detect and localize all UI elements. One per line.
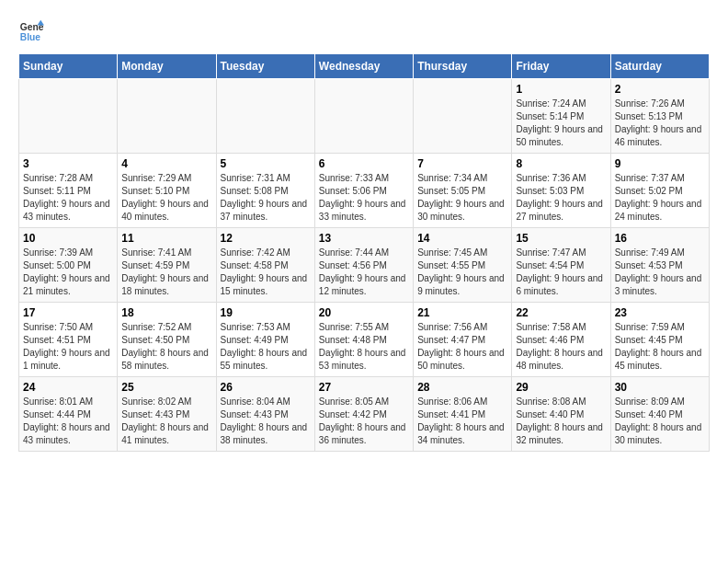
day-number: 19 [221, 306, 311, 319]
week-row-1: 1Sunrise: 7:24 AM Sunset: 5:14 PM Daylig… [19, 79, 710, 154]
calendar-cell: 26Sunrise: 8:04 AM Sunset: 4:43 PM Dayli… [216, 377, 314, 452]
calendar-cell: 20Sunrise: 7:55 AM Sunset: 4:48 PM Dayli… [314, 303, 413, 377]
calendar-cell: 23Sunrise: 7:59 AM Sunset: 4:45 PM Dayli… [610, 303, 709, 377]
day-info: Sunrise: 8:09 AM Sunset: 4:40 PM Dayligh… [615, 396, 705, 447]
column-header-sunday: Sunday [19, 54, 118, 79]
column-header-monday: Monday [118, 54, 216, 79]
calendar-cell: 11Sunrise: 7:41 AM Sunset: 4:59 PM Dayli… [118, 228, 216, 303]
calendar-cell: 30Sunrise: 8:09 AM Sunset: 4:40 PM Dayli… [610, 377, 709, 452]
week-row-5: 24Sunrise: 8:01 AM Sunset: 4:44 PM Dayli… [19, 377, 710, 452]
day-number: 6 [319, 157, 409, 170]
calendar-cell: 27Sunrise: 8:05 AM Sunset: 4:42 PM Dayli… [314, 377, 413, 452]
day-info: Sunrise: 7:45 AM Sunset: 4:55 PM Dayligh… [417, 247, 507, 298]
calendar-cell: 15Sunrise: 7:47 AM Sunset: 4:54 PM Dayli… [512, 228, 610, 303]
week-row-3: 10Sunrise: 7:39 AM Sunset: 5:00 PM Dayli… [19, 228, 710, 303]
day-info: Sunrise: 7:34 AM Sunset: 5:05 PM Dayligh… [417, 172, 507, 224]
calendar-cell [216, 79, 314, 154]
day-number: 12 [221, 232, 311, 245]
day-number: 15 [516, 232, 606, 245]
page-header: General Blue [18, 18, 710, 44]
calendar-cell: 22Sunrise: 7:58 AM Sunset: 4:46 PM Dayli… [512, 303, 610, 377]
column-header-thursday: Thursday [414, 54, 512, 79]
calendar-cell: 6Sunrise: 7:33 AM Sunset: 5:06 PM Daylig… [314, 154, 413, 228]
day-number: 22 [516, 306, 606, 319]
calendar-cell [118, 79, 216, 154]
calendar-cell: 3Sunrise: 7:28 AM Sunset: 5:11 PM Daylig… [19, 154, 118, 228]
column-header-tuesday: Tuesday [216, 54, 314, 79]
day-info: Sunrise: 7:52 AM Sunset: 4:50 PM Dayligh… [121, 321, 211, 373]
day-number: 8 [516, 157, 606, 170]
calendar-cell: 4Sunrise: 7:29 AM Sunset: 5:10 PM Daylig… [118, 154, 216, 228]
day-number: 26 [221, 381, 311, 394]
day-info: Sunrise: 8:05 AM Sunset: 4:42 PM Dayligh… [319, 396, 409, 447]
calendar-cell: 17Sunrise: 7:50 AM Sunset: 4:51 PM Dayli… [19, 303, 118, 377]
day-info: Sunrise: 7:59 AM Sunset: 4:45 PM Dayligh… [615, 321, 705, 373]
day-number: 16 [615, 232, 705, 245]
day-info: Sunrise: 7:39 AM Sunset: 5:00 PM Dayligh… [23, 247, 113, 298]
day-number: 18 [121, 306, 211, 319]
day-number: 25 [121, 381, 211, 394]
day-info: Sunrise: 8:02 AM Sunset: 4:43 PM Dayligh… [121, 396, 211, 447]
day-info: Sunrise: 7:33 AM Sunset: 5:06 PM Dayligh… [319, 172, 409, 224]
day-number: 10 [23, 232, 113, 245]
calendar-cell: 16Sunrise: 7:49 AM Sunset: 4:53 PM Dayli… [610, 228, 709, 303]
day-number: 9 [615, 157, 705, 170]
day-info: Sunrise: 8:01 AM Sunset: 4:44 PM Dayligh… [23, 396, 113, 447]
day-number: 7 [417, 157, 507, 170]
day-number: 5 [221, 157, 311, 170]
calendar-cell: 18Sunrise: 7:52 AM Sunset: 4:50 PM Dayli… [118, 303, 216, 377]
day-info: Sunrise: 7:24 AM Sunset: 5:14 PM Dayligh… [516, 98, 606, 149]
day-info: Sunrise: 7:41 AM Sunset: 4:59 PM Dayligh… [121, 247, 211, 298]
day-info: Sunrise: 7:56 AM Sunset: 4:47 PM Dayligh… [417, 321, 507, 373]
day-number: 11 [121, 232, 211, 245]
day-number: 20 [319, 306, 409, 319]
calendar-cell: 28Sunrise: 8:06 AM Sunset: 4:41 PM Dayli… [414, 377, 512, 452]
calendar-cell: 24Sunrise: 8:01 AM Sunset: 4:44 PM Dayli… [19, 377, 118, 452]
column-header-friday: Friday [512, 54, 610, 79]
calendar-cell: 7Sunrise: 7:34 AM Sunset: 5:05 PM Daylig… [414, 154, 512, 228]
day-info: Sunrise: 7:49 AM Sunset: 4:53 PM Dayligh… [615, 247, 705, 298]
day-number: 13 [319, 232, 409, 245]
day-number: 17 [23, 306, 113, 319]
calendar-cell [314, 79, 413, 154]
day-info: Sunrise: 7:58 AM Sunset: 4:46 PM Dayligh… [516, 321, 606, 373]
day-number: 23 [615, 306, 705, 319]
day-info: Sunrise: 8:06 AM Sunset: 4:41 PM Dayligh… [417, 396, 507, 447]
day-info: Sunrise: 7:44 AM Sunset: 4:56 PM Dayligh… [319, 247, 409, 298]
calendar-cell: 10Sunrise: 7:39 AM Sunset: 5:00 PM Dayli… [19, 228, 118, 303]
day-info: Sunrise: 7:53 AM Sunset: 4:49 PM Dayligh… [221, 321, 311, 373]
calendar-cell: 2Sunrise: 7:26 AM Sunset: 5:13 PM Daylig… [610, 79, 709, 154]
calendar-cell: 14Sunrise: 7:45 AM Sunset: 4:55 PM Dayli… [414, 228, 512, 303]
calendar-cell [19, 79, 118, 154]
column-header-wednesday: Wednesday [314, 54, 413, 79]
day-number: 29 [516, 381, 606, 394]
day-info: Sunrise: 7:55 AM Sunset: 4:48 PM Dayligh… [319, 321, 409, 373]
calendar-cell: 9Sunrise: 7:37 AM Sunset: 5:02 PM Daylig… [610, 154, 709, 228]
day-number: 1 [516, 83, 606, 96]
calendar-cell: 19Sunrise: 7:53 AM Sunset: 4:49 PM Dayli… [216, 303, 314, 377]
day-info: Sunrise: 7:31 AM Sunset: 5:08 PM Dayligh… [221, 172, 311, 224]
day-info: Sunrise: 7:47 AM Sunset: 4:54 PM Dayligh… [516, 247, 606, 298]
logo-icon: General Blue [18, 18, 44, 44]
week-row-4: 17Sunrise: 7:50 AM Sunset: 4:51 PM Dayli… [19, 303, 710, 377]
day-number: 4 [121, 157, 211, 170]
day-info: Sunrise: 7:42 AM Sunset: 4:58 PM Dayligh… [221, 247, 311, 298]
day-number: 27 [319, 381, 409, 394]
day-number: 30 [615, 381, 705, 394]
calendar-cell: 1Sunrise: 7:24 AM Sunset: 5:14 PM Daylig… [512, 79, 610, 154]
day-info: Sunrise: 7:29 AM Sunset: 5:10 PM Dayligh… [121, 172, 211, 224]
day-info: Sunrise: 7:37 AM Sunset: 5:02 PM Dayligh… [615, 172, 705, 224]
day-info: Sunrise: 8:08 AM Sunset: 4:40 PM Dayligh… [516, 396, 606, 447]
calendar-cell: 12Sunrise: 7:42 AM Sunset: 4:58 PM Dayli… [216, 228, 314, 303]
calendar-header: SundayMondayTuesdayWednesdayThursdayFrid… [19, 54, 710, 79]
column-header-saturday: Saturday [610, 54, 709, 79]
calendar-cell: 13Sunrise: 7:44 AM Sunset: 4:56 PM Dayli… [314, 228, 413, 303]
day-number: 21 [417, 306, 507, 319]
svg-text:Blue: Blue [20, 32, 41, 42]
day-info: Sunrise: 7:36 AM Sunset: 5:03 PM Dayligh… [516, 172, 606, 224]
logo: General Blue [18, 18, 44, 44]
week-row-2: 3Sunrise: 7:28 AM Sunset: 5:11 PM Daylig… [19, 154, 710, 228]
day-info: Sunrise: 7:28 AM Sunset: 5:11 PM Dayligh… [23, 172, 113, 224]
calendar-cell: 25Sunrise: 8:02 AM Sunset: 4:43 PM Dayli… [118, 377, 216, 452]
day-number: 24 [23, 381, 113, 394]
